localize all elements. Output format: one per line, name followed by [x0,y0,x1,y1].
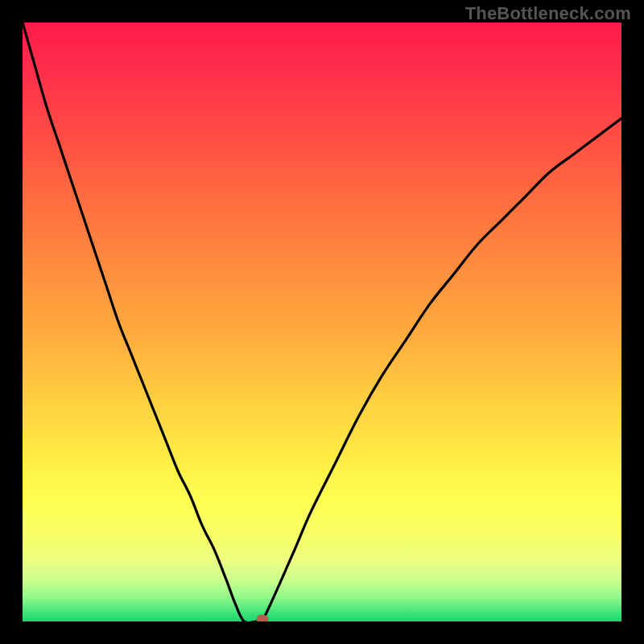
plot-area [23,23,621,621]
gradient-background [23,23,621,621]
optimal-point-marker [257,615,268,621]
plot-svg [23,23,621,621]
chart-frame: TheBottleneck.com [0,0,644,644]
watermark-text: TheBottleneck.com [465,3,631,24]
